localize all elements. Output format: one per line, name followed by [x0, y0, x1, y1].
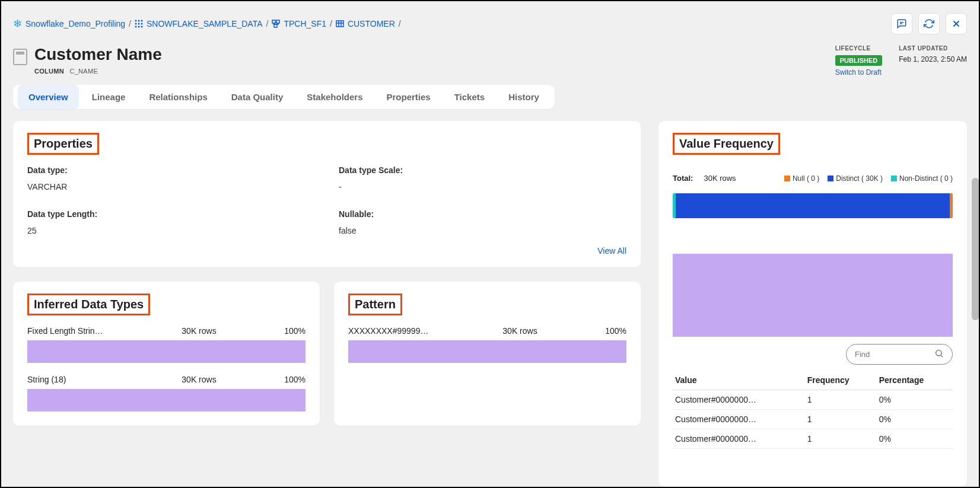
legend-nondistinct: Non-Distinct ( 0 ) [891, 174, 953, 183]
comment-button[interactable] [891, 13, 912, 34]
prop-length: Data type Length: 25 [27, 209, 315, 235]
inferred-name: String (18) [27, 375, 134, 384]
pattern-title: Pattern [348, 294, 402, 315]
vf-cell-pct: 0% [877, 410, 953, 429]
breadcrumb-sep: / [266, 19, 269, 28]
svg-point-13 [936, 350, 941, 356]
switch-to-draft-link[interactable]: Switch to Draft [835, 68, 882, 76]
view-all-link[interactable]: View All [27, 246, 626, 256]
tab-history[interactable]: History [498, 85, 550, 109]
scrollbar[interactable] [972, 178, 979, 320]
svg-point-7 [138, 26, 139, 28]
vf-cell-pct: 0% [877, 429, 953, 449]
tab-data-quality[interactable]: Data Quality [221, 85, 294, 109]
inferred-count: 30K rows [164, 375, 235, 384]
inferred-pct: 100% [264, 375, 306, 384]
find-input[interactable] [855, 350, 926, 359]
tabs: Overview Lineage Relationships Data Qual… [13, 85, 555, 109]
svg-point-8 [141, 26, 142, 28]
svg-rect-9 [272, 20, 275, 23]
last-updated-block: LAST UPDATED Feb 1, 2023, 2:50 AM [899, 45, 967, 76]
svg-point-4 [138, 23, 139, 25]
seg-distinct [676, 193, 950, 218]
value-frequency-card: Value Frequency Total: 30K rows Null ( 0… [658, 121, 967, 487]
inferred-pct: 100% [264, 326, 306, 336]
topbar-actions [891, 13, 967, 34]
legend-swatch-null [784, 176, 790, 181]
prop-nullable: Nullable: false [339, 209, 626, 235]
find-input-wrap[interactable] [846, 344, 953, 365]
pattern-card: Pattern XXXXXXXX#99999… 30K rows 100% [334, 282, 641, 426]
search-icon [934, 349, 944, 360]
vf-cell-value: Customer#0000000… [673, 390, 805, 410]
close-button[interactable] [946, 13, 967, 34]
tab-lineage[interactable]: Lineage [81, 85, 136, 109]
tab-tickets[interactable]: Tickets [444, 85, 495, 109]
snowflake-icon: ❄ [13, 17, 22, 30]
breadcrumb-root[interactable]: Snowflake_Demo_Profiling [26, 19, 125, 28]
legend-swatch-distinct [828, 176, 833, 181]
vf-cell-value: Customer#0000000… [673, 410, 805, 429]
pattern-name: XXXXXXXX#99999… [348, 326, 455, 336]
vf-stacked-bar [673, 193, 953, 218]
vf-row[interactable]: Customer#0000000… 1 0% [673, 410, 953, 429]
vf-cell-freq: 1 [805, 429, 877, 449]
grid-icon [135, 20, 143, 28]
vf-total-value: 30K rows [704, 174, 736, 183]
inferred-title: Inferred Data Types [27, 294, 150, 315]
prop-value: VARCHAR [27, 182, 315, 192]
breadcrumb: ❄ Snowflake_Demo_Profiling / SNOWFLAKE_S… [13, 17, 401, 30]
type-label: COLUMN [34, 68, 64, 75]
prop-label: Data type Length: [27, 209, 315, 219]
prop-value: false [339, 226, 626, 235]
tab-stakeholders[interactable]: Stakeholders [296, 85, 373, 109]
prop-label: Nullable: [339, 209, 626, 219]
prop-datatype: Data type: VARCHAR [27, 165, 315, 192]
breadcrumb-schema[interactable]: TPCH_SF1 [284, 19, 326, 28]
properties-title: Properties [27, 133, 99, 155]
status-badge: PUBLISHED [835, 55, 883, 66]
pattern-row: XXXXXXXX#99999… 30K rows 100% [348, 326, 626, 336]
svg-point-0 [135, 20, 136, 22]
vf-row[interactable]: Customer#0000000… 1 0% [673, 390, 953, 410]
legend-null: Null ( 0 ) [784, 174, 819, 183]
vf-stats: Total: 30K rows Null ( 0 ) Distinct ( 30… [673, 174, 953, 183]
lifecycle-label: LIFECYCLE [835, 45, 883, 52]
vf-col-value: Value [673, 371, 805, 390]
refresh-button[interactable] [918, 13, 940, 34]
vf-legend: Null ( 0 ) Distinct ( 30K ) Non-Distinct… [784, 174, 953, 183]
breadcrumb-table[interactable]: CUSTOMER [348, 19, 395, 28]
schema-icon [272, 20, 280, 28]
svg-point-3 [135, 23, 136, 25]
vf-total-label: Total: [673, 174, 693, 183]
inferred-count: 30K rows [164, 326, 235, 336]
prop-label: Data type Scale: [339, 165, 626, 175]
svg-point-5 [141, 23, 142, 25]
vf-distribution-bar [673, 254, 953, 337]
last-updated-value: Feb 1, 2023, 2:50 AM [899, 55, 967, 63]
legend-distinct: Distinct ( 30K ) [828, 174, 883, 183]
prop-scale: Data type Scale: - [339, 165, 626, 192]
tab-relationships[interactable]: Relationships [138, 85, 218, 109]
table-icon [336, 20, 344, 28]
vf-row[interactable]: Customer#0000000… 1 0% [673, 429, 953, 449]
tab-overview[interactable]: Overview [18, 85, 79, 109]
inferred-row: Fixed Length Strin… 30K rows 100% [27, 326, 306, 336]
prop-label: Data type: [27, 165, 315, 175]
vf-cell-freq: 1 [805, 390, 877, 410]
vf-cell-pct: 0% [877, 390, 953, 410]
vf-cell-freq: 1 [805, 410, 877, 429]
breadcrumb-db[interactable]: SNOWFLAKE_SAMPLE_DATA [147, 19, 263, 28]
tab-properties[interactable]: Properties [376, 85, 441, 109]
page-title: Customer Name [34, 45, 162, 64]
page-subtitle: COLUMN C_NAME [34, 68, 162, 75]
breadcrumb-sep: / [330, 19, 332, 28]
pattern-count: 30K rows [485, 326, 556, 336]
svg-rect-12 [336, 21, 343, 27]
svg-point-1 [138, 20, 139, 22]
content: Properties Data type: VARCHAR Data type … [13, 121, 967, 487]
top-bar: ❄ Snowflake_Demo_Profiling / SNOWFLAKE_S… [13, 13, 967, 34]
svg-rect-10 [276, 20, 279, 23]
column-code: C_NAME [69, 68, 98, 75]
breadcrumb-sep: / [129, 19, 131, 28]
